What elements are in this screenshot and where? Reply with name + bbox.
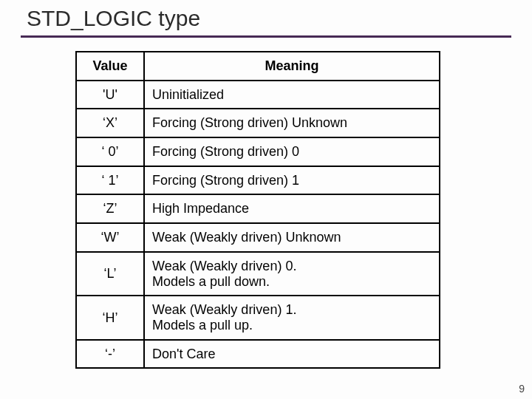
cell-value: ‘L’ [76, 252, 144, 296]
cell-meaning: Don't Care [144, 340, 440, 369]
title-area: STD_LOGIC type [0, 0, 532, 31]
table-row: ‘ 0’ Forcing (Strong driven) 0 [76, 137, 440, 166]
cell-meaning: High Impedance [144, 194, 440, 223]
cell-value: ‘Z’ [76, 194, 144, 223]
cell-meaning: Forcing (Strong driven) Unknown [144, 109, 440, 137]
page-title: STD_LOGIC type [27, 6, 532, 31]
table-row: ‘Z’ High Impedance [76, 194, 440, 223]
header-value: Value [76, 52, 144, 81]
cell-value: ‘-’ [76, 340, 144, 369]
cell-meaning: Uninitialized [144, 81, 440, 109]
table-header-row: Value Meaning [76, 52, 440, 81]
table-row: ‘ 1’ Forcing (Strong driven) 1 [76, 166, 440, 195]
slide: STD_LOGIC type Value Meaning 'U' Uniniti… [0, 0, 532, 399]
title-underline [21, 35, 511, 38]
table-row: 'U' Uninitialized [76, 81, 440, 109]
cell-meaning: Weak (Weakly driven) 0.Models a pull dow… [144, 252, 440, 296]
table-row: ‘L’ Weak (Weakly driven) 0.Models a pull… [76, 252, 440, 296]
cell-meaning: Weak (Weakly driven) Unknown [144, 223, 440, 252]
cell-meaning: Forcing (Strong driven) 1 [144, 166, 440, 195]
table-row: ‘-’ Don't Care [76, 340, 440, 369]
std-logic-table-wrap: Value Meaning 'U' Uninitialized ‘X’ Forc… [75, 51, 439, 369]
header-meaning: Meaning [144, 52, 440, 81]
cell-meaning: Weak (Weakly driven) 1.Models a pull up. [144, 296, 440, 339]
cell-value: ‘ 1’ [76, 166, 144, 195]
cell-meaning: Forcing (Strong driven) 0 [144, 137, 440, 166]
table-row: ‘H’ Weak (Weakly driven) 1.Models a pull… [76, 296, 440, 339]
page-number: 9 [519, 383, 525, 395]
table-row: ‘X’ Forcing (Strong driven) Unknown [76, 109, 440, 137]
cell-value: 'U' [76, 81, 144, 109]
table-row: ‘W’ Weak (Weakly driven) Unknown [76, 223, 440, 252]
cell-value: ‘X’ [76, 109, 144, 137]
cell-value: ‘H’ [76, 296, 144, 339]
cell-value: ‘ 0’ [76, 137, 144, 166]
cell-value: ‘W’ [76, 223, 144, 252]
std-logic-table: Value Meaning 'U' Uninitialized ‘X’ Forc… [75, 51, 440, 369]
